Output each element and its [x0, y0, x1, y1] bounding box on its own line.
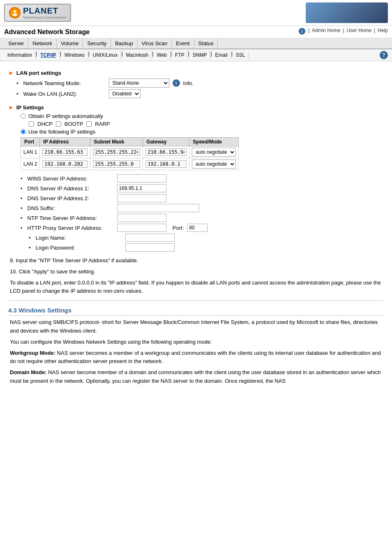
dhcp-label: DHCP [37, 121, 53, 127]
http-proxy-input[interactable] [117, 224, 166, 232]
ip-lan2[interactable] [42, 160, 88, 168]
domain-mode-para: Domain Mode: NAS server become member of… [10, 368, 382, 386]
logo-area: PLANET Networking & Communication [4, 4, 71, 22]
tab-volume[interactable]: Volume [57, 38, 83, 49]
tab-server[interactable]: Server [4, 38, 28, 49]
ntp-row: • NTP Time Server IP Address: [21, 214, 384, 222]
login-name-label: Login Name: [36, 235, 122, 241]
logo-text: PLANET [23, 6, 66, 16]
tab-backup[interactable]: Backup [111, 38, 137, 49]
sub-tab-information[interactable]: Information [4, 51, 36, 59]
col-ip: IP Address [40, 138, 90, 146]
nav-user[interactable]: User Home [347, 28, 372, 36]
subnet-lan2[interactable] [93, 160, 140, 168]
wins-input[interactable] [117, 174, 166, 183]
main-content: ► LAN port settings • Network Teaming Mo… [0, 61, 392, 392]
dns-suffix-row: • DNS Suffix: [21, 204, 384, 212]
nav-help[interactable]: Help [378, 28, 388, 36]
rarp-checkbox[interactable] [86, 121, 92, 127]
domain-mode-text: NAS server become member of a domain and… [10, 369, 381, 384]
gateway-lan1[interactable] [145, 148, 187, 156]
info-icon-teaming[interactable]: i [173, 79, 180, 87]
tab-event[interactable]: Event [172, 38, 194, 49]
tab-security[interactable]: Security [83, 38, 111, 49]
sub-tab-ftp[interactable]: FTP [172, 51, 188, 59]
sub-tab-snmp[interactable]: SNMP [189, 51, 211, 59]
speed-lan2[interactable]: auto negotiate 10 Half 10 Full 100 Half … [192, 160, 236, 169]
sub-nav: Information | TCP/IP | Windows | UNIX/Li… [0, 49, 392, 61]
nav-admin[interactable]: Admin Home [312, 28, 340, 36]
lan-section-title: LAN port settings [16, 70, 61, 76]
dns-suffix-input[interactable] [117, 204, 199, 212]
col-subnet: Subnet Mask [90, 138, 143, 146]
login-pass-label: Login Password: [36, 245, 122, 251]
dhcp-bootp-rarp-row: DHCP BOOTP RARP [29, 121, 384, 127]
col-gateway: Gateway [143, 138, 189, 146]
dns1-input[interactable] [117, 184, 166, 192]
lan-arrow-icon: ► [8, 69, 14, 76]
network-teaming-select[interactable]: Stand Alone Active Backup Balance Round … [109, 79, 169, 88]
ip-arrow-icon: ► [8, 104, 14, 111]
table-row: LAN 2 auto negotiate 10 Half 10 Full 100… [21, 158, 239, 170]
logo-subtext: Networking & Communication [23, 16, 66, 19]
step10-text: 10. Click "Apply" to save the setting. [10, 268, 382, 276]
sub-tab-web[interactable]: Web [153, 51, 170, 59]
ntp-input[interactable] [117, 214, 166, 222]
login-pass-row: • Login Password: [29, 243, 384, 252]
col-port: Port [21, 138, 40, 146]
subnet-lan1[interactable] [93, 148, 140, 156]
sub-tab-windows[interactable]: Windows [61, 51, 88, 59]
sub-tab-macintosh[interactable]: Macintosh [123, 51, 152, 59]
bootp-checkbox[interactable] [56, 121, 61, 127]
product-name: Advanced Network Storage [4, 28, 90, 36]
port-lan2: LAN 2 [21, 158, 40, 170]
port-input[interactable] [187, 224, 208, 232]
help-button[interactable]: ? [380, 51, 388, 59]
bullet-http-proxy: • [21, 225, 23, 231]
dns2-row: • DNS Server IP Address 2: [21, 194, 384, 202]
tab-network[interactable]: Network [28, 38, 57, 49]
dns1-label: DNS Server IP Address 1: [28, 185, 114, 192]
ip-table: Port IP Address Subnet Mask Gateway Spee… [21, 137, 239, 170]
obtain-auto-label: Obtain IP settings automatically [28, 113, 103, 119]
login-pass-input[interactable] [125, 243, 175, 252]
sub-tab-ssl[interactable]: SSL [233, 51, 249, 59]
subtitle-bar: Advanced Network Storage i | Admin Home … [0, 26, 392, 38]
http-proxy-label: HTTP Proxy Server IP Address: [28, 225, 114, 231]
http-proxy-row: • HTTP Proxy Server IP Address: Port: [21, 224, 384, 232]
dns-suffix-label: DNS Suffix: [28, 205, 114, 211]
rarp-label: RARP [95, 121, 110, 127]
ip-section-header: ► IP Settings [8, 104, 384, 111]
dhcp-checkbox[interactable] [29, 121, 34, 127]
info-label-teaming: Info. [183, 80, 194, 86]
dns2-input[interactable] [117, 194, 166, 202]
sub-tab-unixlinux[interactable]: UNIX/Linux [90, 51, 122, 59]
nav-sep-3: | [374, 28, 375, 36]
logo-box: PLANET Networking & Communication [4, 4, 71, 22]
svg-text:i: i [301, 29, 302, 34]
sub-tab-email[interactable]: Email [212, 51, 231, 59]
sub-tab-tcpip[interactable]: TCP/IP [37, 51, 60, 59]
header-graphic [306, 2, 388, 23]
tab-virus-scan[interactable]: Virus Scan [138, 38, 172, 49]
gateway-lan2[interactable] [145, 160, 187, 168]
tab-status[interactable]: Status [194, 38, 218, 49]
warning-text: To disable a LAN port, enter 0.0.0.0 in … [10, 279, 382, 296]
table-row: LAN 1 auto negotiate 10 Half 10 Full 100… [21, 146, 239, 158]
ip-lan1[interactable] [42, 148, 88, 156]
domain-mode-title: Domain Mode: [10, 369, 47, 375]
top-nav: Server Network Volume Security Backup Vi… [0, 38, 392, 49]
bullet-login-pass: • [29, 245, 31, 251]
obtain-auto-radio[interactable] [21, 113, 26, 119]
use-following-radio[interactable] [21, 129, 26, 134]
network-teaming-label: Network Teaming Mode: [23, 80, 106, 86]
wins-label: WINS Server IP Address: [28, 176, 114, 182]
port-label: Port: [170, 225, 184, 231]
bullet-dns2: • [21, 195, 23, 201]
info-icon: i [298, 28, 306, 36]
wake-on-lan-select[interactable]: Disabled Enabled [109, 89, 141, 98]
header-nav[interactable]: i | Admin Home | User Home | Help [298, 28, 388, 36]
speed-lan1[interactable]: auto negotiate 10 Half 10 Full 100 Half … [192, 148, 236, 157]
login-name-input[interactable] [125, 234, 175, 242]
section-43-config-intro: You can configure the Windows Network Se… [10, 338, 382, 347]
